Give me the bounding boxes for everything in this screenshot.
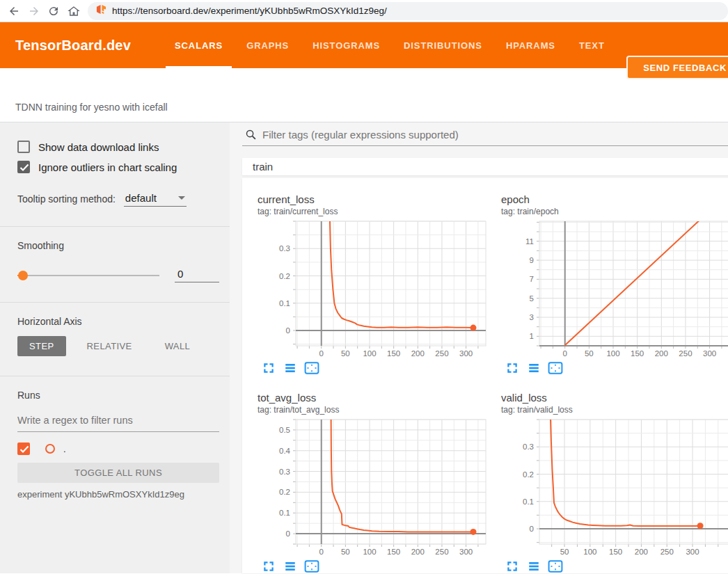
chart-tile-valid-loss: valid_loss tag: train/valid_loss 5010015… (494, 392, 728, 573)
expand-chart-icon[interactable] (505, 559, 520, 573)
tab-graphs[interactable]: GRAPHS (235, 22, 301, 68)
fit-domain-icon[interactable] (304, 559, 319, 573)
tooltip-sorting-label: Tooltip sorting method: (17, 193, 116, 207)
svg-text:50: 50 (341, 349, 350, 358)
app-header: TensorBoard.dev SCALARS GRAPHS HISTOGRAM… (0, 22, 728, 68)
chart-tag: tag: train/current_loss (251, 207, 487, 216)
smoothing-slider-thumb[interactable] (18, 271, 28, 280)
svg-text:200: 200 (411, 349, 425, 358)
svg-text:300: 300 (703, 349, 716, 358)
smoothing-slider[interactable] (17, 275, 159, 276)
toggle-all-runs-button[interactable]: TOGGLE ALL RUNS (17, 463, 219, 483)
toggle-runs-list-icon[interactable] (283, 559, 298, 573)
divider (0, 376, 230, 376)
run-color-swatch[interactable] (45, 444, 55, 454)
svg-text:0.2: 0.2 (279, 272, 290, 280)
svg-text:150: 150 (387, 349, 400, 358)
svg-text:300: 300 (459, 349, 473, 358)
fit-domain-icon[interactable] (548, 559, 563, 573)
toggle-runs-list-icon[interactable] (526, 361, 541, 375)
svg-text:0: 0 (286, 326, 290, 335)
svg-text:0.1: 0.1 (523, 497, 534, 506)
home-icon[interactable] (65, 1, 83, 21)
svg-text:0.2: 0.2 (279, 488, 290, 496)
checkmark-icon (19, 164, 29, 172)
filter-tags-input[interactable] (262, 129, 728, 141)
svg-text:300: 300 (459, 548, 473, 556)
run-name: . (63, 444, 66, 454)
chart-title: tot_avg_loss (251, 392, 487, 404)
line-chart[interactable]: 0501001502002503001357911 (494, 219, 728, 360)
svg-text:100: 100 (606, 349, 619, 358)
show-download-links-checkbox[interactable] (17, 141, 30, 153)
tag-group-name: train (253, 161, 273, 173)
checkmark-icon (19, 445, 29, 454)
back-icon[interactable] (6, 1, 23, 21)
chart-tag: tag: train/tot_avg_loss (251, 405, 487, 415)
tensorboard-favicon-icon (96, 4, 106, 17)
svg-text:11: 11 (525, 237, 534, 246)
svg-text:50: 50 (585, 349, 594, 358)
experiment-subtitle-band: TDNN training for yesno with icefall (0, 68, 728, 122)
line-chart[interactable]: 5010015020025030000.10.20.3 (494, 417, 728, 558)
chart-title: epoch (494, 193, 728, 205)
tooltip-sorting-select[interactable]: default (124, 192, 187, 207)
svg-text:250: 250 (660, 548, 674, 556)
tooltip-sorting-value: default (125, 192, 157, 204)
top-nav: SCALARS GRAPHS HISTOGRAMS DISTRIBUTIONS … (163, 22, 617, 68)
axis-relative-button[interactable]: RELATIVE (75, 336, 144, 356)
run-checkbox[interactable] (17, 443, 30, 455)
forward-icon[interactable] (26, 1, 43, 21)
svg-text:0: 0 (286, 529, 290, 538)
address-bar[interactable]: https://tensorboard.dev/experiment/yKUbh… (88, 2, 728, 20)
tab-hparams[interactable]: HPARAMS (494, 22, 567, 68)
svg-text:200: 200 (411, 548, 425, 556)
axis-wall-button[interactable]: WALL (153, 336, 203, 356)
fit-domain-icon[interactable] (548, 361, 563, 375)
chart-tag: tag: train/valid_loss (494, 405, 728, 415)
smoothing-label: Smoothing (17, 240, 219, 251)
caret-down-icon (178, 196, 185, 200)
chart-title: current_loss (251, 193, 487, 205)
ignore-outliers-checkbox[interactable] (17, 161, 30, 173)
toggle-runs-list-icon[interactable] (283, 361, 298, 375)
expand-chart-icon[interactable] (261, 559, 276, 573)
smoothing-value-input[interactable] (175, 268, 219, 282)
svg-text:0.4: 0.4 (279, 447, 291, 455)
svg-text:0: 0 (319, 349, 324, 358)
search-icon (245, 129, 257, 141)
svg-text:3: 3 (530, 313, 534, 321)
toggle-runs-list-icon[interactable] (526, 559, 541, 573)
svg-text:100: 100 (363, 349, 376, 358)
tab-text[interactable]: TEXT (567, 22, 617, 68)
tag-group-header[interactable]: train (242, 158, 728, 175)
axis-step-button[interactable]: STEP (17, 336, 66, 356)
svg-text:1: 1 (530, 332, 534, 340)
send-feedback-button[interactable]: SEND FEEDBACK (626, 56, 728, 79)
svg-text:9: 9 (530, 256, 534, 264)
experiment-id-text: experiment yKUbhb5wRmOSXYkId1z9eg (17, 489, 219, 500)
line-chart[interactable]: 05010015020025030000.10.20.3 (251, 219, 487, 360)
tab-scalars[interactable]: SCALARS (163, 22, 235, 68)
main-panel: train current_loss tag: train/current_lo… (230, 122, 728, 573)
expand-chart-icon[interactable] (261, 361, 276, 375)
svg-text:200: 200 (655, 349, 668, 358)
fit-domain-icon[interactable] (304, 361, 319, 375)
run-list-item: . (17, 443, 219, 455)
show-download-links-label: Show data download links (38, 141, 159, 153)
tab-histograms[interactable]: HISTOGRAMS (301, 22, 392, 68)
svg-text:150: 150 (387, 548, 400, 556)
reload-icon[interactable] (45, 1, 63, 21)
line-chart[interactable]: 05010015020025030000.10.20.30.40.5 (251, 417, 487, 558)
ignore-outliers-label: Ignore outliers in chart scaling (38, 161, 177, 173)
svg-text:0.5: 0.5 (279, 426, 290, 434)
runs-regex-input[interactable] (17, 412, 219, 432)
svg-text:150: 150 (609, 548, 622, 556)
svg-text:50: 50 (341, 548, 350, 556)
tab-distributions[interactable]: DISTRIBUTIONS (392, 22, 494, 68)
runs-label: Runs (17, 390, 219, 401)
svg-text:250: 250 (679, 349, 692, 358)
svg-text:0.1: 0.1 (279, 299, 290, 308)
expand-chart-icon[interactable] (505, 361, 520, 375)
chart-tile-epoch: epoch tag: train/epoch 05010015020025030… (494, 193, 728, 375)
